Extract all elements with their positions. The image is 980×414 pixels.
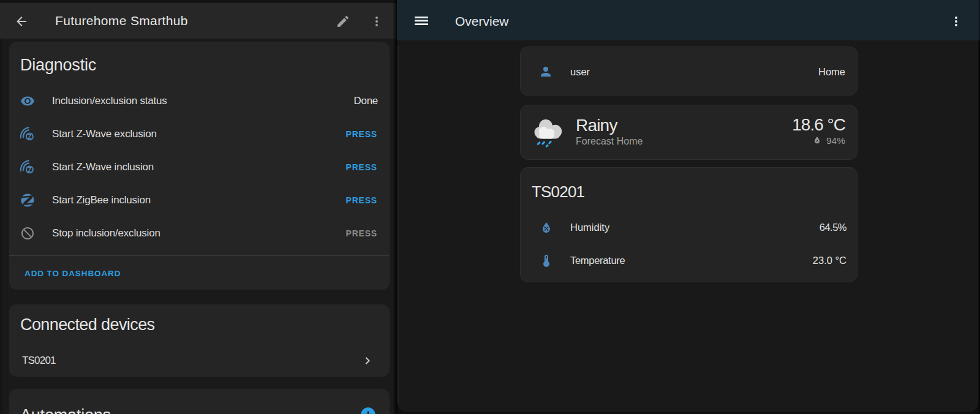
svg-text:Z: Z [28, 133, 32, 140]
svg-text:Z: Z [28, 166, 32, 173]
